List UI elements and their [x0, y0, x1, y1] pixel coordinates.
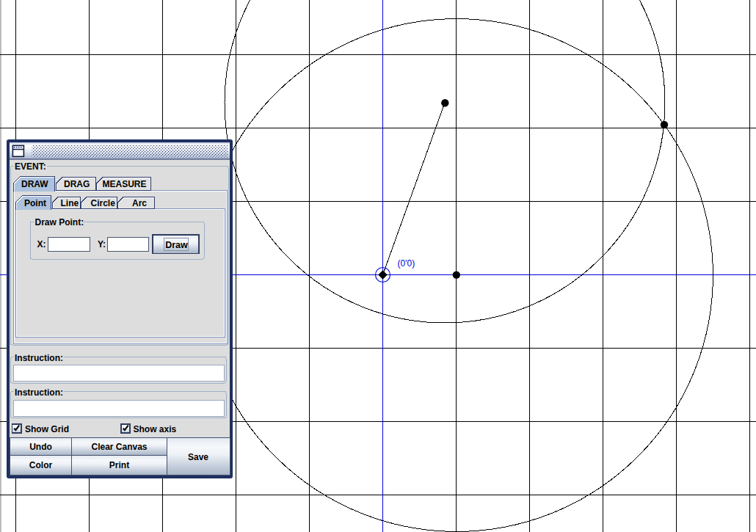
svg-text:DRAG: DRAG	[64, 179, 90, 189]
svg-text:X:: X:	[37, 239, 46, 249]
svg-text:Print: Print	[109, 460, 129, 470]
svg-text:Instruction:: Instruction:	[15, 353, 63, 363]
svg-text:Clear Canvas: Clear Canvas	[91, 442, 147, 452]
svg-text:Undo: Undo	[29, 442, 52, 452]
svg-text:Line: Line	[61, 198, 79, 208]
svg-text:Save: Save	[188, 452, 208, 462]
svg-text:Show Grid: Show Grid	[25, 424, 69, 434]
svg-text:DRAW: DRAW	[21, 179, 48, 189]
svg-text:EVENT:: EVENT:	[15, 161, 46, 172]
svg-text:Draw Point:: Draw Point:	[35, 217, 84, 227]
svg-text:Circle: Circle	[91, 198, 116, 208]
svg-text:Draw: Draw	[165, 240, 188, 250]
svg-text:Show axis: Show axis	[134, 424, 177, 434]
svg-text:Color: Color	[29, 460, 53, 470]
svg-text:MEASURE: MEASURE	[103, 179, 147, 189]
svg-text:Point: Point	[24, 198, 46, 208]
svg-text:Instruction:: Instruction:	[15, 387, 63, 398]
svg-text:Y:: Y:	[98, 239, 106, 249]
svg-text:Arc: Arc	[132, 198, 147, 208]
svg-text:(0'0): (0'0)	[398, 258, 415, 269]
